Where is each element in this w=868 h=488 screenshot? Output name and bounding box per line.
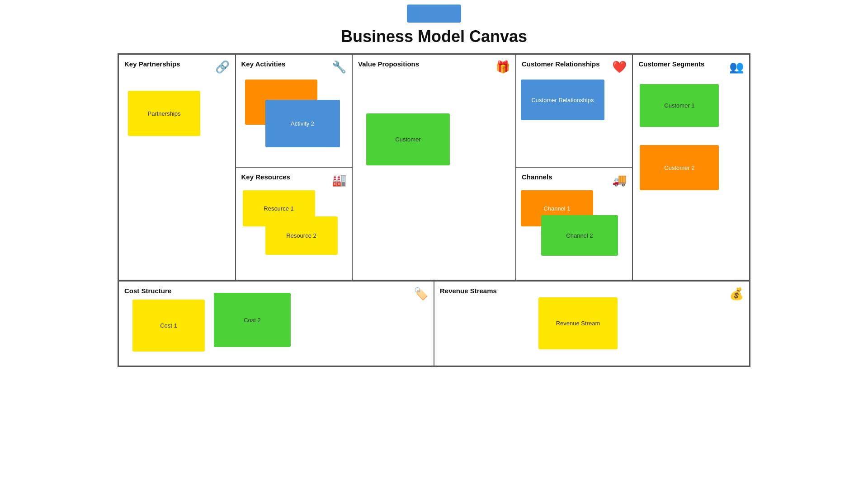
channels-icon: 🚚 bbox=[612, 173, 627, 187]
customer1-card[interactable]: Customer 1 bbox=[640, 84, 719, 127]
channel2-card[interactable]: Channel 2 bbox=[541, 215, 618, 256]
activity2-card[interactable]: Activity 2 bbox=[265, 100, 340, 147]
customer-vp-card[interactable]: Customer bbox=[366, 113, 450, 165]
key-resources-cell: Key Resources 🏭 Resource 1 Resource 2 bbox=[236, 167, 353, 280]
revenue-stream-card[interactable]: Revenue Stream bbox=[538, 297, 618, 349]
key-activities-icon: 🔧 bbox=[332, 60, 346, 74]
bottom-section: Cost Structure 🏷️ Cost 1 Cost 2 Revenue … bbox=[118, 280, 750, 366]
key-resources-title: Key Resources bbox=[241, 173, 290, 181]
key-partnerships-cell: Key Partnerships 🔗 Partnerships bbox=[118, 54, 236, 280]
customer-segments-cell: Customer Segments 👥 Customer 1 Customer … bbox=[632, 54, 750, 280]
partnerships-card[interactable]: Partnerships bbox=[128, 91, 200, 136]
value-propositions-icon: 🎁 bbox=[495, 60, 510, 74]
key-activities-cell: Key Activities 🔧 Activity 1 Activity 2 bbox=[236, 54, 353, 167]
top-section: Key Partnerships 🔗 Partnerships Key Acti… bbox=[118, 54, 750, 280]
key-partnerships-icon: 🔗 bbox=[215, 60, 230, 74]
customer-segments-title: Customer Segments bbox=[638, 60, 704, 68]
cost-structure-cell: Cost Structure 🏷️ Cost 1 Cost 2 bbox=[118, 281, 434, 366]
cost-structure-icon: 🏷️ bbox=[414, 287, 428, 301]
channels-title: Channels bbox=[522, 173, 552, 181]
value-propositions-cell: Value Propositions 🎁 Customer bbox=[352, 54, 516, 280]
revenue-streams-icon: 💰 bbox=[729, 287, 744, 301]
resource2-card[interactable]: Resource 2 bbox=[265, 216, 338, 255]
customer-relationships-title: Customer Relationships bbox=[522, 60, 600, 68]
cost-structure-title: Cost Structure bbox=[124, 287, 171, 295]
page-title: Business Model Canvas bbox=[341, 27, 527, 46]
key-partnerships-title: Key Partnerships bbox=[124, 60, 180, 68]
customer-relationships-cell: Customer Relationships ❤️ Customer Relat… bbox=[516, 54, 633, 167]
revenue-streams-title: Revenue Streams bbox=[440, 287, 497, 295]
customer-relationships-icon: ❤️ bbox=[612, 60, 627, 74]
key-activities-title: Key Activities bbox=[241, 60, 286, 68]
key-resources-icon: 🏭 bbox=[332, 173, 346, 187]
customer-rel-card[interactable]: Customer Relationships bbox=[521, 80, 604, 120]
cost2-card[interactable]: Cost 2 bbox=[214, 293, 291, 347]
canvas: Key Partnerships 🔗 Partnerships Key Acti… bbox=[118, 53, 750, 367]
revenue-streams-cell: Revenue Streams 💰 Revenue Stream bbox=[434, 281, 750, 366]
channels-cell: Channels 🚚 Channel 1 Channel 2 bbox=[516, 167, 633, 280]
customer2-card[interactable]: Customer 2 bbox=[640, 145, 719, 190]
cost1-card[interactable]: Cost 1 bbox=[132, 300, 205, 352]
customer-segments-icon: 👥 bbox=[729, 60, 744, 74]
logo bbox=[407, 5, 461, 23]
value-propositions-title: Value Propositions bbox=[358, 60, 419, 68]
